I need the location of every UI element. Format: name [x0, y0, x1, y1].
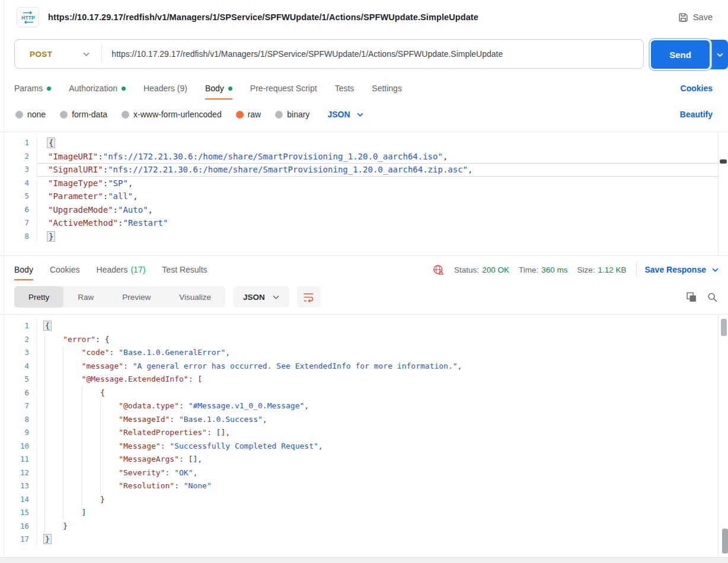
request-tab-pre-request-script[interactable]: Pre-request Script: [250, 77, 317, 100]
body-mode-row: noneform-datax-www-form-urlencodedrawbin…: [0, 103, 728, 126]
view-tab-pretty[interactable]: Pretty: [14, 286, 63, 308]
copy-button[interactable]: [687, 292, 697, 302]
code-line: 15]: [0, 506, 728, 520]
line-number: 8: [0, 230, 37, 244]
request-tab-headers-9[interactable]: Headers (9): [143, 77, 187, 100]
indent-guide: [82, 453, 82, 466]
line-number: 9: [0, 426, 37, 440]
json-punctuation: : [],: [179, 455, 202, 463]
code-line: 6{: [0, 386, 728, 400]
line-number: 6: [0, 203, 37, 217]
indent-guide: [44, 333, 45, 347]
indent-guide: [44, 506, 45, 520]
code-content: "RelatedProperties": [],: [37, 426, 719, 440]
search-button[interactable]: [707, 292, 717, 302]
json-punctuation: :: [103, 191, 108, 201]
response-tab-body[interactable]: Body: [14, 256, 33, 283]
scrollbar-thumb[interactable]: [721, 319, 727, 336]
code-content: "@odata.type": "#Message.v1_0_0.Message"…: [37, 399, 719, 413]
json-punctuation: ,: [148, 205, 153, 215]
code-line: 8"MessageId": "Base.1.0.Success",: [0, 413, 728, 427]
indent-guide: [82, 399, 82, 413]
body-mode-none[interactable]: none: [15, 110, 46, 119]
chevron-down-icon: [717, 53, 723, 57]
code-line: 5"@Message.ExtendedInfo": [: [0, 373, 728, 386]
save-icon: [678, 12, 688, 23]
view-tab-visualize[interactable]: Visualize: [165, 286, 225, 308]
request-tab-tests[interactable]: Tests: [335, 77, 355, 100]
view-tab-preview[interactable]: Preview: [108, 286, 165, 308]
request-body-editor[interactable]: 1{2"ImageURI":"nfs://172.21.30.6:/home/s…: [0, 132, 728, 256]
body-mode-raw[interactable]: raw: [236, 110, 261, 119]
request-title: https://10.17.29.17/redfish/v1/Managers/…: [48, 12, 478, 22]
json-punctuation: ,: [468, 165, 472, 174]
request-tab-authorization[interactable]: Authorization: [69, 77, 126, 100]
line-number: 2: [0, 150, 37, 164]
indent-guide: [63, 466, 63, 480]
method-label: POST: [30, 50, 52, 59]
indent-guide: [44, 399, 45, 413]
body-mode-binary[interactable]: binary: [275, 110, 309, 119]
body-mode-x-www-form-urlencoded[interactable]: x-www-form-urlencoded: [122, 110, 222, 119]
indent-guide: [44, 346, 45, 360]
code-content: "MessageId": "Base.1.0.Success",: [37, 413, 719, 427]
line-number: 13: [0, 479, 37, 493]
tab-label: Body: [205, 84, 224, 93]
response-tab-test-results[interactable]: Test Results: [162, 256, 207, 283]
json-punctuation: }: [43, 534, 52, 544]
response-body-viewer[interactable]: 1{2"error": {3"code": "Base.1.0.GeneralE…: [0, 314, 728, 557]
radio-icon: [15, 111, 23, 119]
tab-label: Headers: [97, 265, 128, 274]
code-line: 10"Message": "Successfully Completed Req…: [0, 440, 728, 453]
json-punctuation: ,: [263, 415, 267, 424]
indent-guide: [63, 453, 63, 466]
save-response-button[interactable]: Save Response: [645, 265, 719, 274]
request-tab-params[interactable]: Params: [14, 77, 51, 100]
green-dot-indicator: [47, 87, 51, 91]
indent-guide: [100, 399, 101, 413]
http-request-icon: HTTP: [17, 7, 39, 27]
mode-label: raw: [248, 110, 261, 119]
network-warning-icon[interactable]: [432, 264, 445, 276]
indent-guide: [44, 426, 45, 440]
mode-label: binary: [287, 110, 309, 119]
response-format-dropdown[interactable]: JSON: [233, 286, 289, 308]
json-punctuation: ,: [458, 362, 462, 370]
chevron-down-icon: [273, 295, 279, 299]
indent-guide: [44, 360, 45, 373]
send-button[interactable]: Send: [650, 39, 711, 70]
code-content: }: [37, 520, 719, 533]
wrap-text-button[interactable]: [297, 286, 321, 308]
beautify-link[interactable]: Beautify: [680, 110, 713, 119]
indent-guide: [44, 479, 45, 493]
body-mode-form-data[interactable]: form-data: [60, 110, 107, 119]
indent-guide: [82, 413, 82, 427]
view-tab-raw[interactable]: Raw: [63, 286, 108, 308]
json-punctuation: ,: [304, 401, 309, 410]
tab-label: Settings: [372, 84, 402, 93]
code-content: "ActiveMethod":"Restart": [37, 216, 719, 230]
json-string: "Restart": [123, 218, 168, 228]
json-punctuation: :: [103, 178, 108, 188]
save-button[interactable]: Save: [678, 12, 713, 23]
request-tab-body[interactable]: Body: [205, 77, 232, 100]
scrollbar-thumb[interactable]: [720, 159, 727, 164]
body-format-dropdown[interactable]: JSON: [327, 110, 363, 119]
indent-guide: [82, 440, 82, 453]
url-input[interactable]: [102, 49, 643, 59]
indent-guide: [82, 466, 82, 480]
request-tab-settings[interactable]: Settings: [372, 77, 402, 100]
json-punctuation: :: [165, 468, 175, 477]
indent-guide: [63, 399, 63, 413]
scrollbar-thumb[interactable]: [722, 529, 728, 554]
response-tab-headers[interactable]: Headers(17): [97, 256, 146, 283]
code-content: "code": "Base.1.0.GeneralError",: [37, 346, 719, 360]
json-punctuation: ,: [318, 442, 323, 450]
indent-guide: [100, 453, 101, 466]
cookies-link[interactable]: Cookies: [681, 84, 713, 93]
response-view-tabs: PrettyRawPreviewVisualize: [14, 286, 225, 308]
response-tab-cookies[interactable]: Cookies: [50, 256, 80, 283]
json-key: "Parameter": [48, 191, 103, 201]
method-dropdown[interactable]: POST: [15, 50, 101, 59]
json-key: "code": [82, 348, 110, 357]
